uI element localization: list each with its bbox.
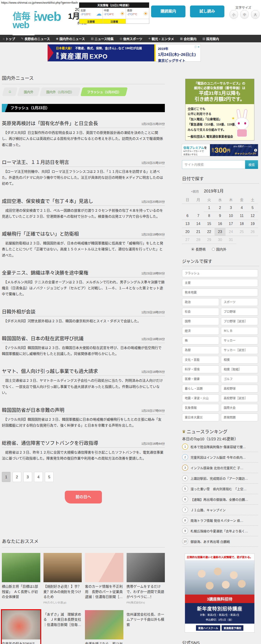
calendar-day[interactable]: 2	[214, 204, 225, 212]
recommend-card[interactable]: 信毎web 信州運営会社社長、ホームアリーナ千曲以外も模索	[126, 610, 165, 644]
category-tab[interactable]: ⌂	[2, 88, 18, 96]
fontsize-button[interactable]: 大	[251, 10, 260, 19]
ranking-item[interactable]: 2 児童死因はインフル脳症 今年の県内…	[182, 452, 258, 462]
genre-button[interactable]: 政治	[182, 298, 219, 306]
genre-button[interactable]: 文化・芸能	[182, 356, 219, 364]
article-title[interactable]: 全豪テニス、錦織は準々決勝を途中棄権	[2, 269, 88, 276]
calendar-day[interactable]: 29	[204, 236, 214, 244]
recommend-card-title[interactable]: 携帯ゲームをするだけで、わずか一週間で英語がペラペラに...！	[126, 584, 165, 600]
genre-button[interactable]: 相撲［取組］	[221, 366, 258, 373]
genre-button[interactable]: 熊本地震	[182, 288, 258, 296]
recommend-card-title[interactable]: 信州運営会社社長、ホームアリーナ千曲以外も模索	[126, 612, 165, 628]
nav-item[interactable]: ✎ 長野県のニュース	[21, 36, 50, 41]
genre-button[interactable]: サッカー［試合］	[221, 346, 258, 354]
calendar-day[interactable]	[182, 204, 193, 212]
calendar-day[interactable]: 7	[193, 212, 204, 220]
recommend-card[interactable]: 客のカード情報を不正利用 長野のパート従業員逮捕｜信濃毎日新聞［…	[85, 553, 124, 604]
banner-ad-main[interactable]: 日本最大級！不動産、株式、保険、金(きん)...など 190社が出展 第2回 資…	[48, 44, 154, 61]
ranking-item[interactable]: 5 湿った重い雪 県内列車阻む 「上空…	[182, 484, 258, 494]
recommend-card-image[interactable]	[2, 553, 40, 582]
recommend-card-title[interactable]: 金運を呼ぶなら、肌ツヤと血色の良さを意識したメイク	[85, 641, 124, 644]
calendar-day[interactable]: 23	[214, 228, 225, 236]
calendar-day[interactable]: 11	[236, 212, 247, 220]
genre-button[interactable]: 高校野球［試合］	[221, 394, 258, 402]
calendar-day[interactable]: 8	[204, 212, 214, 220]
calendar-day[interactable]: 4	[236, 204, 247, 212]
category-tab[interactable]: フラッシュ（1月23日）	[80, 88, 128, 96]
page-number-button[interactable]: 1	[2, 472, 10, 482]
genre-button[interactable]: 東日本大震災	[182, 414, 219, 421]
article-title[interactable]: ヤマト、個人向け引っ越し事業でも過大請求	[2, 367, 98, 374]
recommend-card-image[interactable]: 信毎web	[12, 6, 34, 35]
genre-button[interactable]: 為替	[182, 346, 219, 354]
recommend-card-title[interactable]: 「あずさ」減 理解求める ＪＲ東日本長野支社｜信濃毎日新聞［信毎…	[44, 612, 82, 628]
nav-item[interactable]: ✈ 観光・エンタメ	[148, 36, 174, 41]
fontsize-button[interactable]: 中	[240, 10, 249, 19]
category-tab[interactable]: 国内外（1月23日）	[40, 88, 81, 96]
recommend-card[interactable]: 信毎web 「あずさ」減 理解求める ＪＲ東日本長野支社｜信濃毎日新聞［信毎…	[44, 610, 82, 644]
ntt-card-ad[interactable]: 信毎プレミアムを NTTグループカードで お支払いすると 毎月 300 円 20…	[182, 144, 258, 156]
radio-domestic-intl[interactable]: 国内外	[212, 247, 226, 252]
nav-item[interactable]: ⌂ トップ	[3, 36, 15, 41]
nav-item[interactable]: ▤ ニュース特集	[91, 36, 114, 41]
calendar-day[interactable]: 10	[226, 212, 236, 220]
prev-month-link[interactable]: <前月	[191, 189, 199, 194]
calendar-day[interactable]: 9	[214, 212, 225, 220]
genre-button[interactable]: 主要	[182, 279, 258, 287]
recommend-card[interactable]: 携帯ゲームをするだけで、わずか一週間で英語がペラペラに...！ PR(株式会社I…	[126, 553, 165, 604]
calendar-day[interactable]: 19	[247, 220, 258, 228]
recommend-card-title[interactable]: 【焼酎好き必見！】芋？麦？好みの焼酎を見つけるため	[44, 584, 82, 600]
calendar-day[interactable]: 5	[247, 204, 258, 212]
genre-button[interactable]: スポーツ	[221, 298, 258, 306]
calendar-day[interactable]: 22	[204, 228, 214, 236]
calendar-day[interactable]: 16	[214, 220, 225, 228]
page-number-button[interactable]: 5	[45, 472, 54, 482]
ranking-item[interactable]: 8 南海トラフ情報 発信４パターン 県…	[182, 515, 258, 526]
calendar-day[interactable]: 6	[182, 212, 193, 220]
genre-button[interactable]: 医療・健康	[182, 375, 219, 383]
calendar-day[interactable]	[236, 236, 247, 244]
genre-button[interactable]: プロ野球	[221, 308, 258, 316]
genre-button[interactable]: 国際大会	[221, 404, 258, 412]
search-input[interactable]	[182, 160, 245, 169]
ranking-item[interactable]: 6 【速報】再出場の御嶽海、全勝の白鵬…	[182, 494, 258, 505]
calendar-day[interactable]: 14	[193, 220, 204, 228]
subscribe-button[interactable]: 購読案内	[151, 6, 186, 18]
fontsize-button[interactable]: 小	[230, 10, 238, 19]
calendar-day[interactable]: 30	[214, 236, 225, 244]
article-title[interactable]: 威嚇飛行「正確ではない」と防衛相	[2, 230, 79, 237]
genre-button[interactable]: 地震・津波・火山	[182, 394, 219, 402]
toshin-ad[interactable]: 圧倒的な授業の違いと最新の入試情報で、君が変わる。 3講座無料招待 新年度特別招…	[185, 554, 254, 632]
article-title[interactable]: 日韓外相が会談	[2, 308, 36, 315]
page-number-button[interactable]: 3	[23, 472, 32, 482]
calendar-day[interactable]: 31	[226, 236, 236, 244]
nav-item[interactable]: ▧ 採用案内	[202, 36, 219, 41]
genre-button[interactable]: 国際	[182, 318, 219, 325]
nav-item[interactable]: ◎ 信州スポーツ	[120, 36, 142, 41]
universal-service-ad[interactable]: 「電話のユニバーサルサービス」の 維持に必要な負担額（番号単価）は 平成31年1…	[185, 79, 254, 140]
calendar-day[interactable]: 25	[236, 228, 247, 236]
search-button[interactable]: 検索	[245, 160, 258, 169]
recommend-card-image[interactable]	[85, 553, 124, 582]
recommend-card-title[interactable]: 中高年の悩みTOP3は「関節痛」・・・ヒザ・腰・肩のつらい…	[2, 641, 40, 644]
genre-button[interactable]: 株	[182, 337, 219, 344]
calendar-day[interactable]	[247, 236, 258, 244]
recommend-card[interactable]: 横山新主将「目標は1部残留」 ＡＣ長野Ｌが初の全体練習	[2, 553, 40, 604]
calendar-day[interactable]: 3	[226, 204, 236, 212]
nav-item[interactable]: ◉ 国内外のニュース	[56, 36, 85, 41]
nav-item[interactable]: ▦ 会社案内	[180, 36, 196, 41]
recommend-card-title[interactable]: 横山新主将「目標は1部残留」 ＡＣ長野Ｌが初の全体練習	[2, 584, 40, 600]
genre-button[interactable]: 相撲	[221, 356, 258, 364]
genre-button[interactable]: 経済	[182, 327, 219, 335]
recommend-card[interactable]: 【焼酎好き必見！】芋？麦？好みの焼酎を見つけるため PR(たのしいお酒.jp)	[44, 553, 82, 604]
trial-read-button[interactable]: 試し読み	[190, 6, 224, 18]
article-title[interactable]: 成田空港、保安検査で「包丁４本」見逃し	[2, 197, 93, 204]
previous-day-button[interactable]: 前の日へ	[65, 491, 102, 504]
calendar-day[interactable]: 21	[193, 228, 204, 236]
article-title[interactable]: 韓国国防省が日本非難の声明	[2, 406, 64, 413]
calendar-day[interactable]: 13	[182, 220, 193, 228]
calendar-day[interactable]: 26	[247, 228, 258, 236]
banner-ad-dates[interactable]: ⓘ✕ 2019年 1月24日(木)~26日(土) 東京ビッグサイト	[156, 44, 200, 61]
recommend-card-image[interactable]	[85, 610, 124, 640]
calendar-day[interactable]: 28	[193, 236, 204, 244]
